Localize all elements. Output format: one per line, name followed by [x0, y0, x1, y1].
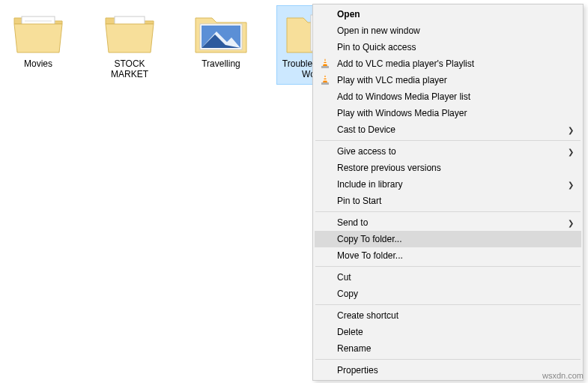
svg-rect-22 [323, 79, 327, 81]
menu-item[interactable]: Delete [315, 324, 581, 340]
menu-item[interactable]: Create shortcut [315, 307, 581, 324]
folder-item[interactable]: Movies [3, 6, 73, 84]
menu-item[interactable]: Restore previous versions [315, 160, 581, 176]
svg-marker-20 [323, 75, 327, 82]
menu-item-label: Cast to Device [337, 124, 395, 135]
menu-separator [315, 140, 581, 141]
svg-rect-18 [323, 63, 327, 64]
watermark: wsxdn.com [542, 371, 584, 380]
menu-item-label: Cut [337, 272, 351, 283]
menu-item[interactable]: Rename [315, 340, 581, 357]
menu-item-label: Pin to Start [337, 196, 381, 206]
folder-icon [194, 9, 248, 57]
chevron-right-icon: ❯ [568, 148, 574, 156]
folder-label: Movies [24, 58, 52, 69]
folder-icon [103, 9, 157, 57]
menu-item[interactable]: Properties [315, 362, 581, 379]
menu-item-label: Open in new window [337, 25, 420, 36]
menu-item[interactable]: Open [315, 6, 581, 22]
svg-rect-19 [321, 66, 329, 68]
menu-item-label: Delete [337, 327, 363, 337]
menu-item[interactable]: Pin to Quick access [315, 39, 581, 55]
menu-item[interactable]: Copy [315, 286, 581, 302]
menu-item-label: Rename [337, 343, 371, 354]
folder-item[interactable]: STOCK MARKET [94, 6, 165, 84]
svg-rect-17 [324, 61, 327, 62]
menu-item[interactable]: Add to VLC media player's Playlist [315, 55, 581, 72]
context-menu: OpenOpen in new windowPin to Quick acces… [312, 4, 584, 381]
menu-item-label: Open [337, 9, 360, 19]
menu-item[interactable]: Pin to Start [315, 193, 581, 209]
menu-item[interactable]: Cast to Device❯ [315, 121, 581, 138]
menu-item[interactable]: Play with VLC media player [315, 72, 581, 88]
menu-item[interactable]: Copy To folder... [315, 231, 581, 247]
menu-item-label: Copy To folder... [337, 234, 402, 244]
menu-item-label: Send to [337, 217, 368, 228]
menu-separator [315, 304, 581, 305]
menu-item[interactable]: Play with Windows Media Player [315, 105, 581, 121]
menu-item-label: Pin to Quick access [337, 42, 416, 52]
svg-rect-23 [321, 82, 329, 85]
menu-item-label: Restore previous versions [337, 163, 441, 173]
chevron-right-icon: ❯ [568, 126, 574, 134]
menu-item-label: Include in library [337, 179, 402, 190]
chevron-right-icon: ❯ [568, 219, 574, 227]
vlc-icon [319, 74, 331, 86]
vlc-icon [319, 58, 331, 70]
menu-item-label: Create shortcut [337, 310, 398, 321]
menu-item-label: Copy [337, 289, 358, 299]
folder-icon [11, 9, 65, 57]
menu-separator [315, 266, 581, 267]
menu-item[interactable]: Add to Windows Media Player list [315, 88, 581, 105]
menu-separator [315, 359, 581, 360]
menu-item-label: Play with VLC media player [337, 75, 447, 85]
menu-item[interactable]: Send to❯ [315, 214, 581, 231]
menu-item-label: Play with Windows Media Player [337, 108, 467, 118]
menu-item-label: Add to Windows Media Player list [337, 91, 470, 102]
folder-label: STOCK MARKET [96, 58, 163, 79]
menu-item[interactable]: Move To folder... [315, 247, 581, 264]
folder-label: Travelling [201, 58, 240, 69]
menu-item-label: Give access to [337, 146, 396, 157]
menu-item[interactable]: Cut [315, 269, 581, 286]
svg-marker-16 [323, 58, 327, 66]
menu-item-label: Add to VLC media player's Playlist [337, 58, 474, 69]
menu-item[interactable]: Include in library❯ [315, 176, 581, 193]
svg-rect-21 [324, 77, 327, 79]
menu-item[interactable]: Give access to❯ [315, 143, 581, 160]
folder-item[interactable]: Travelling [186, 6, 256, 84]
menu-separator [315, 211, 581, 212]
menu-item[interactable]: Open in new window [315, 22, 581, 39]
menu-item-label: Properties [337, 365, 378, 376]
menu-item-label: Move To folder... [337, 250, 403, 261]
chevron-right-icon: ❯ [568, 181, 574, 189]
